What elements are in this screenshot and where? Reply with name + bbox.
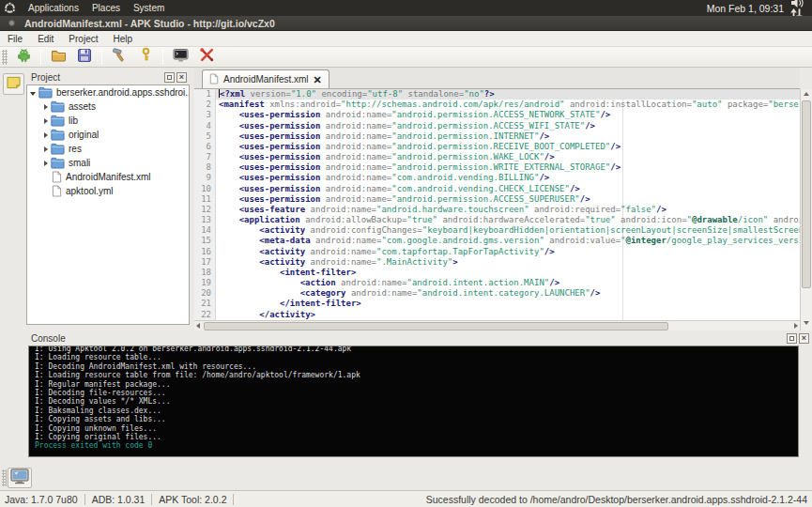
project-float-button[interactable] (164, 72, 175, 83)
file-icon (52, 171, 62, 183)
bottom-toolbar-drag-handle[interactable] (2, 469, 7, 486)
line-number: 12 (194, 205, 216, 215)
line-number: 7 (194, 152, 216, 162)
sign-button[interactable] (134, 48, 157, 67)
menu-edit[interactable]: Edit (30, 31, 61, 47)
status-message: Sucessfully decoded to /home/andro/Deskt… (426, 494, 807, 505)
code-line-14: 14 <activity android:configChanges="keyb… (194, 225, 800, 236)
tree-expander-icon[interactable] (44, 146, 48, 152)
top-menu-applications[interactable]: Applications (22, 3, 85, 13)
tree-item-smali[interactable]: smali (27, 156, 189, 170)
volume-icon[interactable] (790, 0, 804, 8)
status-adb-version: ADB: 1.0.31 (85, 494, 153, 505)
menu-help[interactable]: Help (105, 31, 140, 47)
window-titlebar: AndroidManifest.xml - APK Studio - http:… (0, 16, 812, 31)
top-menu-system[interactable]: System (127, 3, 171, 13)
code-text: <uses-feature android:name="android.hard… (216, 205, 800, 215)
window-title: AndroidManifest.xml - APK Studio - http:… (24, 18, 275, 29)
code-editor[interactable]: 1<?xml version="1.0" encoding="utf-8" st… (194, 89, 800, 320)
scroll-down-icon[interactable] (804, 321, 809, 325)
code-line-1: 1<?xml version="1.0" encoding="utf-8" st… (194, 89, 800, 100)
tree-expander-icon[interactable] (30, 92, 36, 96)
desktop-menus: ApplicationsPlacesSystem (22, 0, 171, 16)
code-text: <activity android:name="com.tapfortap.Ta… (216, 247, 800, 257)
console-log-line: I: Regular manifest package... (35, 380, 798, 389)
code-line-11: 11 <uses-permission android:name="androi… (194, 194, 800, 205)
console-panel: Console × I: Using Apktool 2.0.2 on bers… (26, 330, 812, 465)
code-text: <uses-permission android:name="android.p… (216, 162, 800, 173)
tab-label: AndroidManifest.xml (223, 74, 309, 84)
tree-item-apktool-yml[interactable]: apktool.yml (27, 184, 189, 198)
settings-button[interactable] (195, 48, 218, 67)
clock[interactable]: Mon Feb 1, 09:31 (707, 3, 784, 14)
open-file-button[interactable] (47, 48, 69, 67)
ubuntu-logo-icon[interactable] (4, 2, 16, 14)
folder-icon (51, 157, 65, 169)
code-line-21: 21 </intent-filter> (194, 299, 800, 309)
device-button[interactable] (8, 468, 32, 488)
file-icon (209, 73, 219, 86)
editor-vertical-scrollbar[interactable] (800, 89, 812, 330)
folder-icon (51, 143, 65, 155)
project-close-button[interactable]: × (176, 72, 187, 83)
project-panel: Project × berserker.android.apps.sshdroi… (26, 69, 190, 325)
console-output[interactable]: I: Using Apktool 2.0.2 on berserker.andr… (28, 346, 799, 457)
code-text: <uses-permission android:name="android.p… (216, 152, 800, 162)
vertical-scroll-thumb[interactable] (802, 100, 811, 288)
console-float-button[interactable] (787, 333, 797, 344)
bottom-toolbar (0, 465, 812, 490)
scroll-up-icon[interactable] (804, 92, 809, 96)
project-dock-tab-button[interactable] (3, 73, 24, 95)
tree-expander-icon[interactable] (44, 104, 48, 110)
line-number: 9 (194, 173, 216, 183)
tree-item-lib[interactable]: lib (27, 114, 189, 128)
code-line-22: 22 </activity> (194, 310, 800, 320)
line-number: 13 (194, 215, 216, 225)
tree-expander-icon[interactable] (44, 161, 48, 166)
tree-item-res[interactable]: res (27, 142, 189, 156)
tree-expander-icon[interactable] (44, 118, 48, 124)
editor-horizontal-scrollbar[interactable] (194, 320, 800, 330)
toolbar (0, 47, 812, 68)
line-number: 10 (194, 184, 216, 194)
status-bar: Java: 1.7.0 7u80 ADB: 1.0.31 APK Tool: 2… (0, 490, 812, 507)
menu-file[interactable]: File (0, 31, 30, 47)
code-line-19: 19 <action android:name="android.intent.… (194, 278, 800, 288)
folder-icon (51, 100, 65, 113)
tree-item-label: res (69, 144, 82, 154)
scroll-left-icon[interactable] (196, 323, 200, 329)
toolbar-separator (162, 50, 163, 65)
toolbar-separator (40, 50, 41, 65)
status-apktool-version: APK Tool: 2.0.2 (152, 494, 234, 505)
line-number: 3 (194, 110, 216, 120)
open-apk-button[interactable] (12, 48, 35, 67)
top-menu-places[interactable]: Places (85, 3, 127, 13)
window-menu-icon[interactable] (8, 20, 15, 26)
console-log-line: I: Decoding AndroidManifest.xml with res… (35, 362, 798, 371)
save-button[interactable] (73, 48, 96, 67)
code-line-18: 18 <intent-filter> (194, 268, 800, 278)
line-number: 5 (194, 131, 216, 142)
line-number: 15 (194, 236, 216, 246)
horizontal-scroll-thumb[interactable] (204, 322, 668, 330)
build-button[interactable] (108, 48, 130, 67)
apk-studio-screen: ApplicationsPlacesSystem Mon Feb 1, 09:3… (0, 0, 812, 507)
line-number: 11 (194, 194, 216, 205)
toolbar-drag-handle[interactable] (2, 50, 8, 65)
tree-item-original[interactable]: original (27, 128, 189, 142)
code-text: <activity android:name=".MainActivity"> (216, 257, 800, 268)
status-java-version: Java: 1.7.0 7u80 (5, 494, 85, 505)
terminal-button[interactable] (169, 48, 192, 67)
menu-project[interactable]: Project (61, 31, 105, 47)
code-text: </intent-filter> (216, 299, 800, 309)
tree-item-berserker-android-apps-sshdroi[interactable]: berserker.android.apps.sshdroi... (27, 85, 189, 100)
line-number: 2 (194, 100, 216, 110)
tree-expander-icon[interactable] (44, 132, 48, 138)
tab-close-icon[interactable]: ✕ (314, 75, 322, 84)
tab-androidmanifest[interactable]: AndroidManifest.xml ✕ (202, 69, 329, 88)
scroll-right-icon[interactable] (794, 323, 798, 329)
tree-item-assets[interactable]: assets (27, 100, 189, 114)
tree-item-androidmanifest-xml[interactable]: AndroidManifest.xml (27, 170, 189, 184)
console-close-button[interactable]: × (799, 333, 809, 344)
code-line-17: 17 <activity android:name=".MainActivity… (194, 257, 800, 268)
